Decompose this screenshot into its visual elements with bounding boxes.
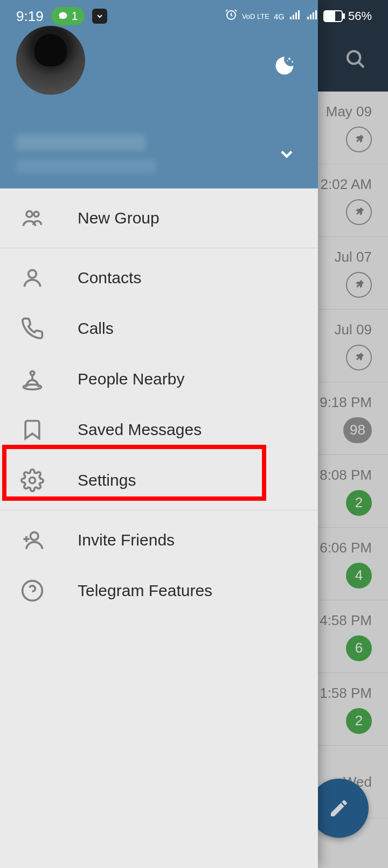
svg-rect-18 [298, 10, 300, 19]
notification-icon [92, 9, 107, 24]
svg-point-11 [30, 532, 38, 540]
drawer-menu: New Group Contacts Calls People Nearby [0, 188, 318, 616]
svg-point-6 [34, 212, 39, 216]
telegram-features-item[interactable]: Telegram Features [0, 565, 318, 616]
svg-rect-22 [315, 10, 317, 19]
svg-point-4 [287, 60, 288, 61]
svg-point-10 [30, 478, 36, 484]
drawer-item-label: Contacts [78, 269, 141, 287]
help-icon [20, 579, 44, 603]
gear-icon [20, 468, 44, 492]
calls-item[interactable]: Calls [0, 303, 318, 354]
ongoing-call-badge: 1 [51, 7, 85, 25]
divider [0, 248, 318, 248]
svg-point-3 [292, 61, 293, 62]
svg-point-7 [29, 270, 37, 278]
settings-item[interactable]: Settings [0, 455, 318, 506]
signal-icon [306, 8, 319, 24]
network-label-1: VoD LTE [242, 13, 269, 20]
avatar[interactable] [16, 26, 85, 95]
new-group-item[interactable]: New Group [0, 193, 318, 243]
svg-rect-21 [313, 12, 314, 19]
svg-point-5 [26, 211, 32, 217]
drawer-item-label: Invite Friends [78, 531, 175, 549]
add-user-icon [20, 528, 44, 552]
svg-point-8 [30, 371, 34, 375]
night-mode-icon[interactable] [273, 54, 296, 80]
drawer-item-label: People Nearby [78, 370, 184, 388]
bookmark-icon [20, 418, 44, 442]
profile-phone-blurred [16, 159, 156, 173]
navigation-drawer: New Group Contacts Calls People Nearby [0, 0, 318, 868]
invite-friends-item[interactable]: Invite Friends [0, 515, 318, 565]
svg-rect-16 [293, 15, 294, 19]
svg-point-2 [288, 58, 290, 60]
svg-rect-24 [343, 14, 344, 18]
status-time: 9:19 [16, 8, 44, 25]
drawer-item-label: Saved Messages [78, 421, 202, 439]
svg-rect-17 [295, 12, 297, 19]
saved-messages-item[interactable]: Saved Messages [0, 404, 318, 455]
svg-rect-20 [310, 15, 311, 19]
drawer-item-label: Telegram Features [78, 582, 212, 600]
profile-name-blurred [16, 135, 146, 151]
drawer-item-label: Settings [78, 471, 136, 489]
drawer-item-label: Calls [78, 319, 114, 338]
nearby-icon [20, 367, 44, 391]
drawer-item-label: New Group [78, 209, 160, 227]
signal-icon [289, 8, 302, 24]
alarm-icon [225, 8, 238, 24]
divider [0, 510, 318, 510]
battery-indicator: 56% [323, 9, 372, 23]
contact-icon [20, 266, 44, 290]
svg-rect-25 [325, 12, 335, 20]
svg-rect-19 [307, 17, 309, 19]
network-label-2: 4G [274, 12, 285, 20]
group-icon [20, 206, 44, 230]
svg-rect-15 [290, 17, 292, 19]
people-nearby-item[interactable]: People Nearby [0, 354, 318, 404]
phone-icon [20, 317, 44, 340]
contacts-item[interactable]: Contacts [0, 253, 318, 303]
status-bar: 9:19 1 VoD LTE 4G 56% [0, 0, 388, 32]
chevron-down-icon[interactable] [277, 144, 296, 166]
